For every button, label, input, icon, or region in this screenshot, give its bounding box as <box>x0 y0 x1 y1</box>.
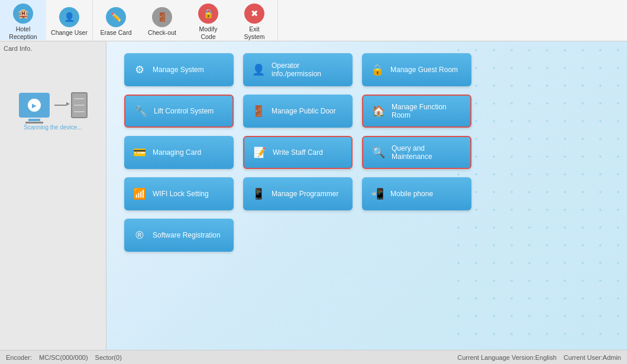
software-registration-text: Software Registration <box>153 231 221 239</box>
operator-info-icon: 👤 <box>251 63 266 76</box>
menu-btn-manage-function-room[interactable]: 🏠Manage Function Room <box>362 95 471 128</box>
encoder-value: MC/SC(000/000) <box>39 354 88 361</box>
hotel-reception-icon: 🏨 <box>13 4 33 24</box>
write-staff-card-icon: 📝 <box>253 146 267 159</box>
check-out-label: Check-out <box>148 29 176 37</box>
sidebar: Card Info. ▶ Scanning the device... <box>0 41 106 350</box>
menu-btn-wifi-lock[interactable]: 📶WIFI Lock Setting <box>124 177 234 210</box>
language-version: Current Language Version:English <box>457 354 557 361</box>
query-maintenance-text: Query and Maintenance <box>392 144 462 161</box>
managing-card-text: Managing Card <box>153 148 201 157</box>
lift-control-icon: 🔧 <box>134 105 148 118</box>
scanner-devices: ▶ <box>19 92 88 118</box>
manage-function-room-text: Manage Function Room <box>392 103 462 120</box>
manage-system-icon: ⚙ <box>132 63 147 76</box>
manage-guest-room-text: Manage Guest Room <box>390 66 458 74</box>
menu-btn-manage-guest-room[interactable]: 🔒Manage Guest Room <box>362 53 471 86</box>
scanner-area: ▶ Scanning the device... <box>19 92 88 131</box>
play-icon: ▶ <box>28 99 41 112</box>
menu-btn-manage-system[interactable]: ⚙Manage System <box>124 53 234 86</box>
menu-btn-manage-programmer[interactable]: 📱Manage Programmer <box>243 177 353 210</box>
manage-programmer-text: Manage Programmer <box>272 190 338 198</box>
device-card <box>71 92 88 118</box>
menu-btn-software-registration[interactable]: ®Software Registration <box>124 219 234 252</box>
mobile-phone-text: Mobile phone <box>390 190 433 198</box>
hotel-reception-label: Hotel Reception <box>9 25 37 40</box>
scanning-text: Scanning the device... <box>24 124 82 131</box>
toolbar-group-system-exit: ✏️Erase Card🚪Check-out🔒Modify Code✖Exit … <box>93 0 278 41</box>
menu-btn-write-staff-card[interactable]: 📝Write Staff Card <box>243 136 353 169</box>
toolbar-btn-modify-code[interactable]: 🔒Modify Code <box>185 0 231 40</box>
toolbar-btn-exit-system[interactable]: ✖Exit System <box>231 0 277 40</box>
write-staff-card-text: Write Staff Card <box>273 148 323 157</box>
device-pc: ▶ <box>19 93 50 118</box>
connector-line <box>54 105 66 106</box>
exit-system-icon: ✖ <box>244 4 264 24</box>
encoder-label: Encoder: <box>6 354 32 361</box>
toolbar-group-manage-system: 🏨Hotel Reception👤Change UserManage Syste… <box>0 0 93 41</box>
manage-public-door-text: Manage Public Door <box>272 107 336 115</box>
toolbar-btn-change-user[interactable]: 👤Change User <box>46 0 92 40</box>
change-user-label: Change User <box>51 29 88 37</box>
menu-btn-query-maintenance[interactable]: 🔍Query and Maintenance <box>362 136 471 169</box>
menu-btn-managing-card[interactable]: 💳Managing Card <box>124 136 234 169</box>
menu-grid: ⚙Manage System👤Operator info./permission… <box>124 53 609 252</box>
toolbar-btn-hotel-reception[interactable]: 🏨Hotel Reception <box>0 0 46 40</box>
query-maintenance-icon: 🔍 <box>371 146 386 159</box>
managing-card-icon: 💳 <box>132 146 147 159</box>
current-user: Current User:Admin <box>564 354 621 361</box>
software-registration-icon: ® <box>132 229 147 242</box>
modify-code-icon: 🔒 <box>198 4 218 24</box>
toolbar-btn-check-out[interactable]: 🚪Check-out <box>139 0 185 40</box>
lift-control-text: Lift Control System <box>154 107 214 115</box>
toolbar-btn-erase-card[interactable]: ✏️Erase Card <box>93 0 139 40</box>
content-area: ⚙Manage System👤Operator info./permission… <box>106 41 627 350</box>
statusbar: Encoder: MC/SC(000/000) Sector(0) Curren… <box>0 350 627 364</box>
mobile-phone-icon: 📲 <box>370 187 384 200</box>
wifi-lock-text: WIFI Lock Setting <box>153 190 209 198</box>
manage-public-door-icon: 🚪 <box>251 105 266 118</box>
status-left: Encoder: MC/SC(000/000) Sector(0) <box>6 354 122 361</box>
check-out-icon: 🚪 <box>152 7 172 27</box>
menu-btn-operator-info[interactable]: 👤Operator info./permission <box>243 53 353 86</box>
toolbar: 🏨Hotel Reception👤Change UserManage Syste… <box>0 0 627 41</box>
change-user-icon: 👤 <box>59 7 79 27</box>
manage-function-room-icon: 🏠 <box>371 105 386 118</box>
menu-btn-manage-public-door[interactable]: 🚪Manage Public Door <box>243 95 353 128</box>
status-right: Current Language Version:English Current… <box>457 354 621 361</box>
manage-programmer-icon: 📱 <box>251 187 266 200</box>
sidebar-label: Card Info. <box>4 45 32 52</box>
main-layout: Card Info. ▶ Scanning the device... ⚙Man… <box>0 41 627 350</box>
operator-info-text: Operator info./permission <box>272 61 321 79</box>
erase-card-label: Erase Card <box>100 29 131 37</box>
wifi-lock-icon: 📶 <box>132 187 147 200</box>
sector-value: Sector(0) <box>95 354 122 361</box>
modify-code-label: Modify Code <box>199 25 218 40</box>
erase-card-icon: ✏️ <box>106 7 126 27</box>
exit-system-label: Exit System <box>244 25 264 40</box>
manage-system-text: Manage System <box>153 66 204 74</box>
manage-guest-room-icon: 🔒 <box>370 63 384 76</box>
menu-btn-lift-control[interactable]: 🔧Lift Control System <box>124 95 234 128</box>
menu-btn-mobile-phone[interactable]: 📲Mobile phone <box>362 177 471 210</box>
